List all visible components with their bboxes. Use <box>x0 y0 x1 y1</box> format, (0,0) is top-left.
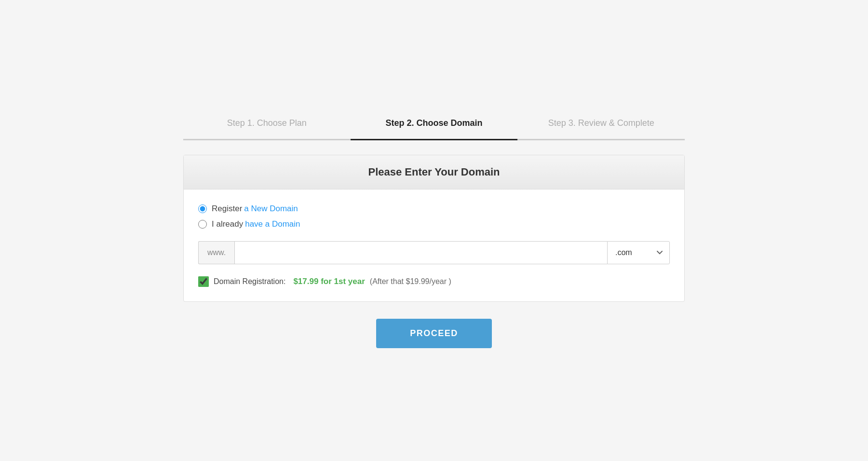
radio-already-have-input[interactable] <box>198 220 207 229</box>
domain-text-input[interactable] <box>234 241 607 264</box>
step-1-label: Step 1. Choose Plan <box>227 113 307 133</box>
registration-after-text: (After that $19.99/year ) <box>370 277 451 286</box>
step-1[interactable]: Step 1. Choose Plan <box>183 113 351 140</box>
domain-registration-checkbox[interactable] <box>198 276 209 287</box>
step-2[interactable]: Step 2. Choose Domain <box>351 113 518 140</box>
domain-card: Please Enter Your Domain Register a New … <box>183 155 685 302</box>
radio-register-new-input[interactable] <box>198 204 207 213</box>
steps-nav: Step 1. Choose Plan Step 2. Choose Domai… <box>183 113 685 140</box>
domain-input-row: www. .com .net .org .io .co <box>198 241 670 264</box>
already-have-prefix-text: I already <box>212 219 243 229</box>
step-3-label: Step 3. Review & Complete <box>548 113 654 133</box>
card-title: Please Enter Your Domain <box>194 166 674 178</box>
card-body: Register a New Domain I already have a D… <box>184 190 684 301</box>
register-prefix-text: Register <box>212 204 242 214</box>
step-2-label: Step 2. Choose Domain <box>385 113 482 133</box>
already-have-link[interactable]: have a Domain <box>245 219 300 229</box>
page-container: Step 1. Choose Plan Step 2. Choose Domai… <box>183 113 685 348</box>
registration-row: Domain Registration: $17.99 for 1st year… <box>198 276 670 287</box>
radio-already-have[interactable]: I already have a Domain <box>198 219 670 229</box>
radio-register-new[interactable]: Register a New Domain <box>198 204 670 214</box>
www-prefix: www. <box>198 241 234 264</box>
radio-group: Register a New Domain I already have a D… <box>198 204 670 229</box>
registration-label: Domain Registration: <box>214 277 285 286</box>
step-3[interactable]: Step 3. Review & Complete <box>517 113 685 140</box>
registration-price: $17.99 for 1st year <box>293 277 365 286</box>
tld-select[interactable]: .com .net .org .io .co <box>607 241 670 264</box>
proceed-button[interactable]: PROCEED <box>376 319 492 348</box>
register-new-link[interactable]: a New Domain <box>244 204 298 214</box>
card-header: Please Enter Your Domain <box>184 155 684 190</box>
